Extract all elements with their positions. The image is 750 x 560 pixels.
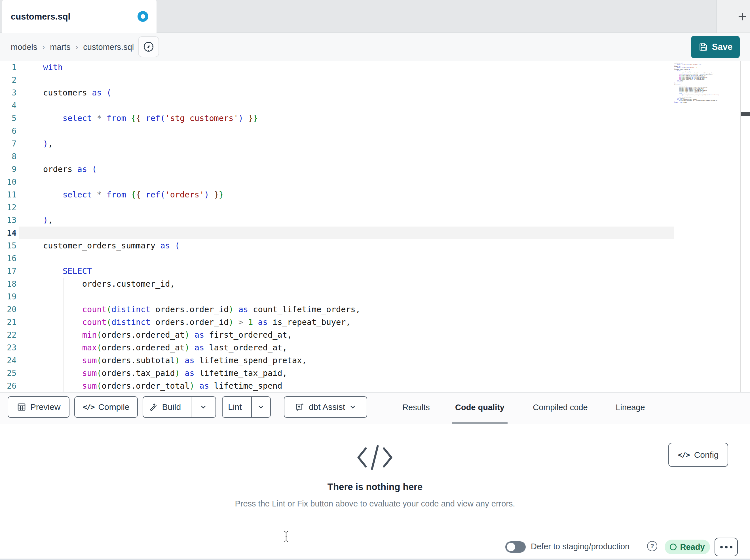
breadcrumb-item-marts[interactable]: marts (50, 42, 71, 52)
code-line[interactable]: 23 max(orders.ordered_at) as last_ordere… (0, 341, 674, 354)
scrollbar-marker[interactable] (741, 112, 750, 116)
tab-compiled-code[interactable]: Compiled code (528, 393, 593, 422)
code-text: count(distinct orders.order_id) > 1 as i… (43, 316, 351, 329)
preview-button-label: Preview (30, 402, 61, 412)
code-line[interactable]: 14 (0, 227, 674, 240)
code-editor[interactable]: 1with23customers as (45 select * from {{… (0, 61, 674, 392)
tab-strip: customers.sql + (0, 0, 750, 33)
line-number: 26 (0, 379, 17, 392)
file-tab-customers-sql[interactable]: customers.sql (2, 0, 157, 33)
code-line[interactable]: 24 sum(orders.subtotal) as lifetime_spen… (0, 354, 674, 367)
i-beam-cursor (283, 531, 289, 542)
build-button-label: Build (162, 402, 181, 412)
circle-outline-icon (670, 544, 676, 551)
code-line[interactable]: 20 count(distinct orders.order_id) as co… (0, 303, 674, 316)
code-line[interactable]: 26 sum(orders.order_total) as lifetime_s… (0, 379, 674, 392)
tab-code-quality-label: Code quality (455, 403, 505, 412)
code-line[interactable]: 3customers as ( (0, 86, 674, 99)
code-text: sum(orders.tax_paid) as lifetime_tax_pai… (43, 367, 287, 379)
breadcrumb-item-models[interactable]: models (11, 42, 37, 52)
build-split-button: Build (143, 396, 216, 418)
line-number: 2 (0, 74, 17, 86)
line-number: 8 (0, 150, 17, 163)
wrench-icon (149, 402, 158, 412)
chevron-right-icon: › (76, 43, 78, 51)
minimap[interactable]: withcustomers as ( select * from {{ ref(… (674, 62, 741, 130)
line-number: 14 (0, 227, 17, 240)
code-line[interactable]: 25 sum(orders.tax_paid) as lifetime_tax_… (0, 367, 674, 379)
code-line[interactable]: 21 count(distinct orders.order_id) > 1 a… (0, 316, 674, 329)
code-line[interactable]: 12 (0, 201, 674, 214)
code-line[interactable]: 10 (0, 175, 674, 188)
file-tab-title: customers.sql (11, 12, 70, 22)
chevron-down-icon (257, 403, 264, 411)
line-number: 12 (0, 201, 17, 214)
build-button[interactable]: Build (143, 397, 187, 417)
save-button[interactable]: Save (691, 36, 740, 58)
line-number: 22 (0, 329, 17, 341)
toggle-knob (507, 543, 515, 551)
build-dropdown-button[interactable] (191, 397, 216, 417)
line-number: 25 (0, 367, 17, 379)
tab-lineage-label: Lineage (616, 403, 645, 412)
new-tab-button[interactable]: + (734, 8, 750, 25)
code-text: customers as ( (43, 86, 112, 99)
code-line[interactable]: 8 (0, 150, 674, 163)
more-options-button[interactable] (714, 538, 738, 556)
line-number: 16 (0, 252, 17, 265)
code-line[interactable]: 2 (0, 74, 674, 86)
code-line[interactable]: 15customer_orders_summary as ( (0, 240, 674, 252)
code-line[interactable]: 13), (0, 214, 674, 227)
lint-button-label: Lint (228, 402, 242, 412)
unsaved-changes-icon[interactable] (138, 11, 148, 22)
tab-results[interactable]: Results (398, 393, 434, 422)
status-badge: Ready (665, 540, 710, 554)
line-number: 24 (0, 354, 17, 367)
lineage-compass-button[interactable] (138, 36, 159, 57)
code-line[interactable]: 18 orders.customer_id, (0, 277, 674, 290)
tab-lineage[interactable]: Lineage (611, 393, 650, 422)
code-line[interactable]: 5 select * from {{ ref('stg_customers') … (0, 112, 674, 125)
code-line[interactable]: 22 min(orders.ordered_at) as first_order… (0, 329, 674, 341)
lint-dropdown-button[interactable] (251, 397, 270, 417)
code-text: with (43, 61, 63, 74)
plus-icon: + (738, 8, 747, 25)
code-text: ), (43, 138, 53, 150)
tab-results-label: Results (402, 403, 430, 412)
line-number: 15 (0, 240, 17, 252)
code-text: customer_orders_summary as ( (43, 240, 180, 252)
config-button[interactable]: </> Config (668, 443, 728, 467)
compile-button-label: Compile (98, 402, 129, 412)
code-line[interactable]: 16 (0, 252, 674, 265)
code-brackets-icon: </> (678, 451, 690, 459)
compass-icon (143, 41, 155, 53)
breadcrumb-item-file: customers.sql (83, 42, 134, 52)
code-line[interactable]: 4 (0, 99, 674, 112)
empty-state-title: There is nothing here (0, 481, 750, 492)
breadcrumb: models › marts › customers.sql (11, 33, 134, 61)
status-badge-label: Ready (680, 542, 705, 552)
dbt-assist-button[interactable]: dbt Assist (284, 396, 367, 418)
code-line[interactable]: 7), (0, 138, 674, 150)
config-button-label: Config (694, 450, 719, 460)
preview-button[interactable]: Preview (8, 396, 70, 418)
code-line[interactable]: 11 select * from {{ ref('orders') }} (0, 188, 674, 201)
line-number: 9 (0, 163, 17, 175)
line-number: 10 (0, 175, 17, 188)
chevron-down-icon (200, 403, 207, 411)
line-number: 21 (0, 316, 17, 329)
code-line[interactable]: 9orders as ( (0, 163, 674, 175)
compile-button[interactable]: </> Compile (74, 396, 138, 418)
code-line[interactable]: 6 (0, 125, 674, 138)
code-quality-panel (0, 424, 750, 532)
lint-button[interactable]: Lint (222, 397, 247, 417)
help-icon[interactable]: ? (647, 541, 657, 551)
line-number: 13 (0, 214, 17, 227)
code-line[interactable]: 19 (0, 290, 674, 303)
tab-code-quality[interactable]: Code quality (452, 393, 508, 422)
code-line[interactable]: 17 SELECT (0, 265, 674, 277)
defer-toggle[interactable] (505, 541, 526, 553)
line-number: 19 (0, 290, 17, 303)
tab-strip-divider (716, 0, 716, 33)
code-line[interactable]: 1with (0, 61, 674, 74)
